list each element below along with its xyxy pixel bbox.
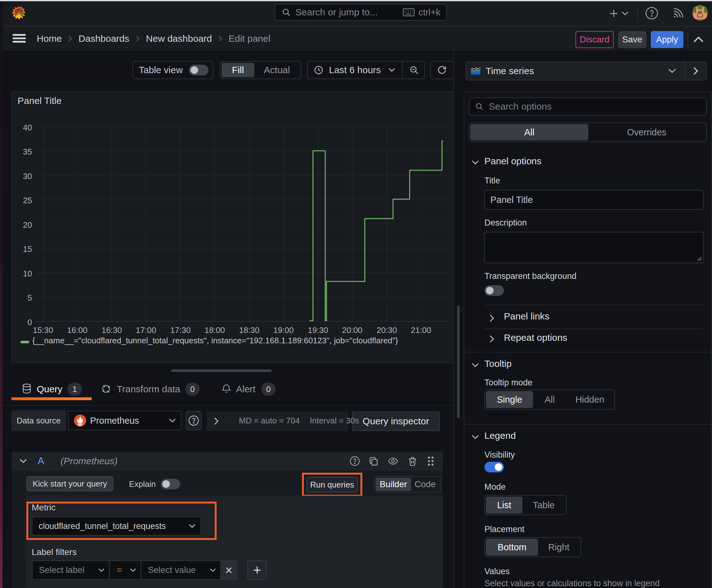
svg-text:0: 0 — [28, 318, 32, 327]
svg-text:25: 25 — [23, 196, 32, 205]
svg-text:21:00: 21:00 — [411, 326, 431, 335]
svg-text:19:00: 19:00 — [273, 326, 294, 335]
svg-text:5: 5 — [28, 293, 32, 302]
svg-text:40: 40 — [23, 123, 32, 132]
svg-text:19:30: 19:30 — [308, 326, 328, 335]
svg-text:18:00: 18:00 — [204, 326, 225, 335]
svg-text:18:30: 18:30 — [239, 326, 259, 335]
svg-text:20: 20 — [23, 220, 32, 230]
svg-text:20:30: 20:30 — [376, 326, 397, 335]
svg-text:30: 30 — [23, 171, 32, 181]
svg-text:16:00: 16:00 — [67, 326, 87, 335]
svg-text:20:00: 20:00 — [342, 326, 362, 335]
svg-text:17:30: 17:30 — [170, 326, 191, 335]
svg-text:16:30: 16:30 — [102, 326, 122, 335]
svg-text:15:30: 15:30 — [33, 326, 53, 335]
svg-text:35: 35 — [23, 147, 32, 156]
svg-text:17:00: 17:00 — [136, 326, 156, 335]
svg-text:10: 10 — [23, 269, 32, 278]
svg-text:15: 15 — [23, 244, 32, 254]
